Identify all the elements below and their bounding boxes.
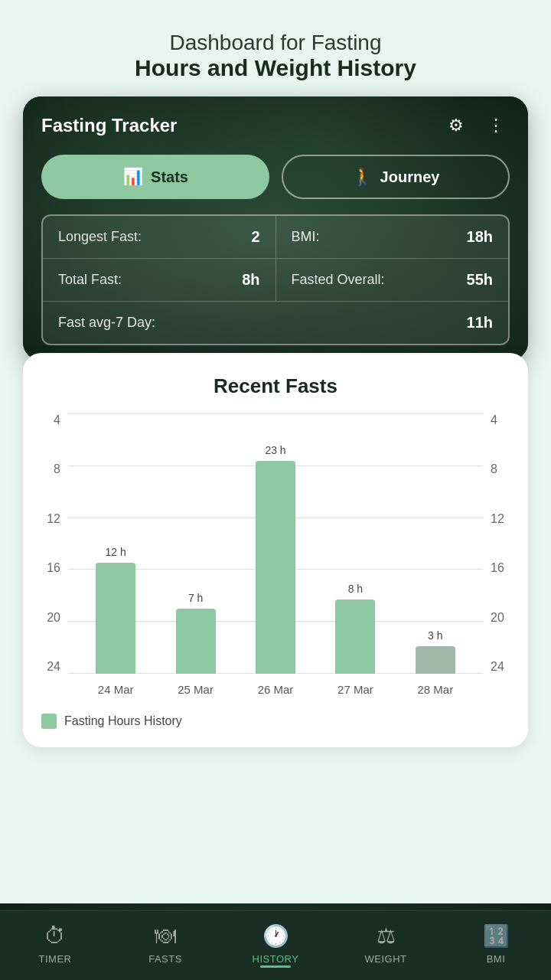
tab-stats[interactable]: 📊 Stats [41, 155, 269, 199]
stats-cell-longest-fast: Longest Fast: 2 [43, 216, 276, 258]
total-fast-label: Total Fast: [58, 272, 122, 288]
nav-item-bmi[interactable]: 🔢 BMI [441, 923, 551, 965]
bmi-label: BMI: [292, 229, 320, 245]
x-label-26mar: 26 Mar [236, 683, 315, 696]
nav-item-fasts[interactable]: 🍽 FASTS [110, 923, 220, 965]
bar-label-24mar: 12 h [106, 546, 126, 558]
timer-label: TIMER [39, 953, 72, 965]
x-labels: 24 Mar 25 Mar 26 Mar 27 Mar 28 Mar [68, 674, 483, 704]
weight-label: WEIGHT [365, 953, 407, 965]
x-label-25mar: 25 Mar [155, 683, 235, 696]
fasts-icon: 🍽 [155, 923, 176, 949]
history-icon: 🕐 [262, 923, 289, 949]
chart-inner: 12 h 7 h 23 h 8 h [68, 413, 483, 704]
bar-25mar [176, 609, 216, 674]
nav-item-timer[interactable]: ⏱ TIMER [0, 923, 110, 965]
chart-section: Recent Fasts 24 20 16 12 8 4 [23, 353, 528, 747]
chart-title: Recent Fasts [41, 374, 510, 398]
app-card: Fasting Tracker ⚙ ⋮ 📊 Stats 🚶 Journey Lo… [23, 96, 528, 361]
legend-color [41, 714, 57, 729]
y-axis-right: 24 20 16 12 8 4 [483, 413, 510, 704]
bars-area: 12 h 7 h 23 h 8 h [68, 413, 483, 674]
bar-label-26mar: 23 h [265, 444, 285, 456]
tab-journey[interactable]: 🚶 Journey [282, 155, 510, 199]
nav-item-history[interactable]: 🕐 HISTORY [220, 923, 331, 965]
tab-bar: 📊 Stats 🚶 Journey [41, 155, 510, 199]
fasted-overall-value: 55h [467, 271, 493, 289]
legend-label: Fasting Hours History [64, 714, 182, 728]
timer-icon: ⏱ [44, 923, 66, 949]
chart-container: 24 20 16 12 8 4 12 h [41, 413, 510, 704]
weight-icon: ⚖ [377, 923, 396, 949]
bar-group-28mar: 3 h [396, 629, 475, 674]
stats-cell-fasted-overall: Fasted Overall: 55h [276, 259, 509, 301]
app-header: Fasting Tracker ⚙ ⋮ [41, 112, 510, 139]
x-label-27mar: 27 Mar [315, 683, 395, 696]
total-fast-value: 8h [242, 271, 259, 289]
page-header: Dashboard for Fasting Hours and Weight H… [0, 0, 551, 96]
bmi-icon: 🔢 [483, 923, 510, 949]
bar-24mar [96, 563, 135, 674]
bar-group-24mar: 12 h [76, 546, 155, 674]
active-indicator [260, 965, 291, 968]
bar-group-25mar: 7 h [155, 592, 235, 674]
stats-cell-bmi: BMI: 18h [276, 216, 509, 258]
tab-journey-label: Journey [380, 168, 440, 186]
bar-group-26mar: 23 h [236, 444, 315, 674]
stats-row-2: Total Fast: 8h Fasted Overall: 55h [43, 259, 508, 302]
nav-item-weight[interactable]: ⚖ WEIGHT [331, 923, 441, 965]
bmi-label: BMI [487, 953, 506, 965]
tab-stats-label: Stats [151, 168, 188, 186]
y-axis-left: 24 20 16 12 8 4 [41, 413, 68, 704]
longest-fast-label: Longest Fast: [58, 229, 142, 245]
settings-icon[interactable]: ⚙ [442, 112, 470, 139]
app-dark-section: Fasting Tracker ⚙ ⋮ 📊 Stats 🚶 Journey Lo… [23, 96, 528, 361]
stats-row-1: Longest Fast: 2 BMI: 18h [43, 216, 508, 259]
stats-cell-total-fast: Total Fast: 8h [43, 259, 276, 301]
bar-label-28mar: 3 h [428, 629, 442, 642]
header-subtitle: Dashboard for Fasting [46, 31, 505, 55]
bar-label-27mar: 8 h [348, 583, 363, 595]
avg-label: Fast avg-7 Day: [58, 315, 155, 331]
x-label-24mar: 24 Mar [76, 683, 155, 696]
app-title: Fasting Tracker [41, 115, 177, 136]
journey-icon: 🚶 [352, 167, 373, 187]
stats-cell-avg: Fast avg-7 Day: 11h [43, 302, 508, 344]
bar-group-27mar: 8 h [315, 583, 395, 674]
history-label: HISTORY [253, 953, 299, 965]
app-header-icons: ⚙ ⋮ [442, 112, 510, 139]
bar-27mar [335, 599, 375, 674]
header-title: Hours and Weight History [46, 55, 505, 81]
stats-icon: 📊 [122, 167, 143, 187]
more-options-icon[interactable]: ⋮ [482, 112, 510, 139]
stats-row-3: Fast avg-7 Day: 11h [43, 302, 508, 344]
chart-legend: Fasting Hours History [41, 714, 510, 729]
x-label-28mar: 28 Mar [396, 683, 475, 696]
stats-grid: Longest Fast: 2 BMI: 18h Total Fast: 8h … [41, 214, 510, 345]
bottom-nav: ⏱ TIMER 🍽 FASTS 🕐 HISTORY ⚖ WEIGHT 🔢 BMI [0, 910, 551, 980]
bar-26mar [256, 461, 295, 674]
longest-fast-value: 2 [251, 228, 259, 246]
bar-label-25mar: 7 h [188, 592, 203, 604]
bar-28mar [416, 646, 455, 674]
avg-value: 11h [467, 314, 493, 332]
bmi-value: 18h [467, 228, 493, 246]
fasted-overall-label: Fasted Overall: [292, 272, 385, 288]
fasts-label: FASTS [148, 953, 182, 965]
